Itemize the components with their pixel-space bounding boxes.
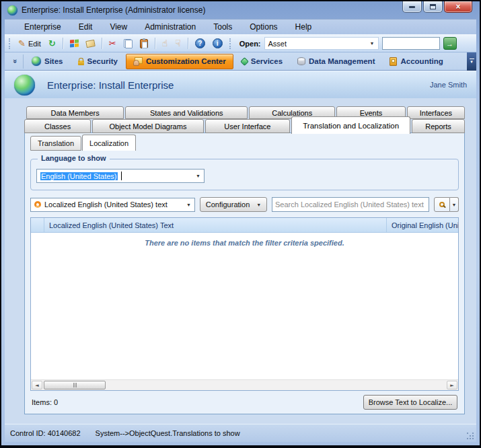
search-button[interactable]: [434, 197, 450, 212]
menu-item-help[interactable]: Help: [287, 20, 321, 34]
open-combobox[interactable]: Asset ▼: [264, 37, 379, 50]
horizontal-scrollbar[interactable]: ◄ ►: [31, 379, 458, 390]
thumbs-up-icon: ☝: [162, 39, 168, 48]
column-header-localized-text[interactable]: Localized English (United States) Text: [44, 218, 387, 232]
approve-button[interactable]: ☝: [160, 38, 170, 49]
text-caret: [121, 172, 122, 180]
filter-row: Localized English (United States) text ▼…: [30, 197, 459, 212]
menu-item-view[interactable]: View: [101, 20, 136, 34]
user-name: Jane Smith: [430, 81, 467, 89]
database-icon: [297, 57, 305, 65]
nav-item-services[interactable]: Services: [235, 54, 289, 69]
copy-button[interactable]: [122, 38, 135, 50]
search-options-button[interactable]: ▼: [450, 197, 459, 212]
menu-item-edit[interactable]: Edit: [70, 20, 102, 34]
sites-globe-icon: [32, 57, 41, 66]
language-group-label: Language to show: [38, 154, 110, 162]
window-frame: Enterprise: Install Enterprise (Administ…: [1, 1, 480, 445]
toolbar: ✎ Edit ↻ ✂ ☝: [5, 34, 476, 52]
column-header-original-text[interactable]: Original English (United: [387, 218, 458, 232]
tab-translation-and-localization[interactable]: Translation and Localization: [291, 116, 410, 134]
tab-states-and-validations[interactable]: States and Validations: [125, 106, 248, 119]
language-groupbox: Language to show English (United States)…: [30, 159, 459, 190]
titlebar[interactable]: Enterprise: Install Enterprise (Administ…: [5, 1, 476, 19]
language-combobox-value: English (United States): [40, 172, 118, 180]
subtab-localization[interactable]: Localization: [82, 135, 136, 151]
close-button[interactable]: ×: [444, 1, 472, 13]
cut-button[interactable]: ✂: [107, 38, 118, 49]
nav-item-sites[interactable]: Sites: [25, 54, 70, 69]
scroll-left-icon: ◄: [35, 383, 38, 388]
scroll-left-button[interactable]: ◄: [32, 381, 42, 389]
resize-grip[interactable]: [467, 433, 474, 440]
edit-pencil-icon: ✎: [18, 39, 26, 48]
toolbar-grip[interactable]: [229, 38, 232, 49]
lock-icon: [78, 61, 84, 65]
maximize-icon: [430, 4, 436, 9]
page-title: Enterprise: Install Enterprise: [47, 79, 174, 91]
tab-user-interface[interactable]: User Interface: [205, 119, 290, 133]
nav-overflow-button[interactable]: ▾: [467, 52, 476, 71]
tab-classes[interactable]: Classes: [24, 119, 91, 133]
nav-item-label: Accounting: [400, 57, 443, 65]
toolbar-separator: [188, 38, 188, 49]
minimize-icon: [409, 6, 415, 8]
refresh-button[interactable]: ↻: [46, 38, 58, 49]
close-icon: ×: [455, 2, 460, 11]
scroll-right-button[interactable]: ►: [447, 381, 457, 389]
quick-open-input[interactable]: [382, 37, 440, 50]
scroll-right-icon: ►: [450, 383, 453, 388]
configuration-button[interactable]: Configuration ▼: [200, 197, 267, 212]
nav-item-security[interactable]: Security: [71, 54, 124, 69]
edit-button-label: Edit: [28, 40, 41, 48]
nav-item-label: Data Management: [309, 57, 375, 65]
reject-button[interactable]: ☟: [173, 38, 183, 49]
nav-item-customization-center[interactable]: Customization Center: [126, 54, 233, 69]
language-combobox[interactable]: English (United States) ▼: [36, 169, 205, 183]
menu-item-options[interactable]: Options: [241, 20, 286, 34]
tab-data-members[interactable]: Data Members: [26, 106, 124, 119]
search-input[interactable]: [272, 197, 429, 212]
help-button[interactable]: ?: [193, 37, 207, 50]
chevron-double-down-icon: »: [12, 59, 20, 63]
toolbar-separator: [155, 38, 155, 49]
nav-item-accounting[interactable]: Accounting: [383, 54, 449, 69]
scrollbar-thumb[interactable]: [44, 381, 106, 389]
browse-text-to-localize-button[interactable]: Browse Text to Localize...: [363, 395, 457, 410]
chevron-down-icon: ▼: [452, 202, 457, 207]
column-header-selector[interactable]: [31, 218, 44, 232]
edit-button[interactable]: ✎ Edit: [16, 38, 43, 49]
field-selector-combobox[interactable]: Localized English (United States) text ▼: [30, 198, 195, 212]
app-window: Enterprise: Install Enterprise (Administ…: [0, 0, 481, 448]
windows-logo-icon: [70, 40, 79, 48]
tab-reports[interactable]: Reports: [412, 119, 465, 133]
send-note-button[interactable]: [84, 39, 97, 48]
info-button[interactable]: i: [211, 37, 225, 50]
window-title: Enterprise: Install Enterprise (Administ…: [22, 5, 205, 15]
copy-icon: [124, 39, 133, 48]
windows-button[interactable]: [68, 38, 81, 48]
subtab-translation[interactable]: Translation: [30, 136, 81, 151]
minimize-button[interactable]: [402, 1, 422, 13]
menu-item-administration[interactable]: Administration: [136, 20, 205, 34]
menu-item-tools[interactable]: Tools: [205, 20, 241, 34]
maximize-button[interactable]: [423, 1, 443, 13]
cut-scissors-icon: ✂: [109, 39, 116, 48]
refresh-icon: ↻: [48, 39, 56, 48]
go-button[interactable]: →: [443, 37, 457, 50]
page-header: Enterprise: Install Enterprise Jane Smit…: [5, 71, 476, 98]
panel-footer: Items: 0 Browse Text to Localize...: [30, 391, 459, 414]
tab-interfaces[interactable]: Interfaces: [407, 106, 465, 119]
menu-item-enterprise[interactable]: Enterprise: [15, 20, 70, 34]
paste-button[interactable]: [138, 38, 150, 50]
field-selector-value: Localized English (United States) text: [44, 200, 168, 209]
overflow-down-icon: ▾: [470, 60, 473, 64]
table-body: There are no items that match the filter…: [31, 233, 458, 379]
workspace: Data Members States and Validations Calc…: [5, 98, 476, 424]
nav-item-data-management[interactable]: Data Management: [291, 54, 381, 69]
status-path-label: System-->ObjectQuest.Translations to sho…: [96, 429, 240, 437]
toolbar-grip[interactable]: [9, 38, 11, 49]
nav-collapse-button[interactable]: »: [9, 54, 24, 69]
note-icon: [85, 39, 96, 47]
tab-object-model-diagrams[interactable]: Object Model Diagrams: [92, 119, 203, 133]
